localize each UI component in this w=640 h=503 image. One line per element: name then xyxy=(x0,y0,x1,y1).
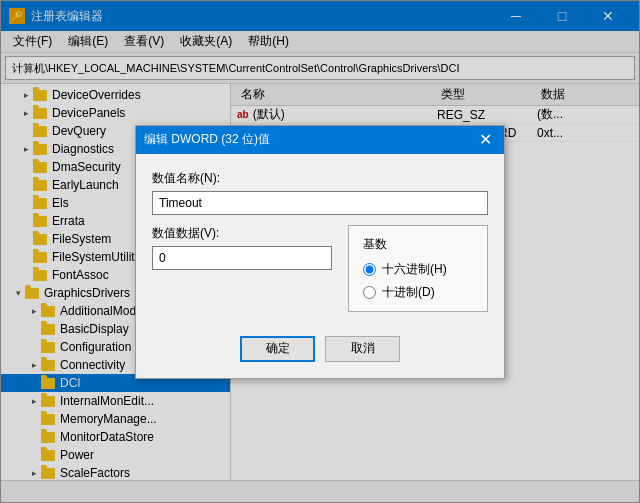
dialog-title: 编辑 DWORD (32 位)值 xyxy=(144,131,270,148)
data-base-row: 数值数据(V): 基数 十六进制(H) 十进制(D) xyxy=(152,225,488,312)
radio-dec-label[interactable]: 十进制(D) xyxy=(363,284,473,301)
modal-overlay: 编辑 DWORD (32 位)值 ✕ 数值名称(N): 数值数据(V): 基数 xyxy=(0,0,640,503)
cancel-button[interactable]: 取消 xyxy=(325,336,400,362)
data-label: 数值数据(V): xyxy=(152,225,332,242)
data-left: 数值数据(V): xyxy=(152,225,332,270)
radio-hex-label[interactable]: 十六进制(H) xyxy=(363,261,473,278)
radio-hex[interactable] xyxy=(363,263,376,276)
radio-dec[interactable] xyxy=(363,286,376,299)
dialog: 编辑 DWORD (32 位)值 ✕ 数值名称(N): 数值数据(V): 基数 xyxy=(135,125,505,379)
dialog-close-button[interactable]: ✕ xyxy=(474,129,496,151)
dialog-footer: 确定 取消 xyxy=(136,328,504,378)
radio-group: 十六进制(H) 十进制(D) xyxy=(363,261,473,301)
radio-hex-text: 十六进制(H) xyxy=(382,261,447,278)
name-label: 数值名称(N): xyxy=(152,170,488,187)
base-group: 基数 十六进制(H) 十进制(D) xyxy=(348,225,488,312)
dialog-body: 数值名称(N): 数值数据(V): 基数 十六进制(H) xyxy=(136,154,504,328)
name-field-group: 数值名称(N): xyxy=(152,170,488,215)
name-input[interactable] xyxy=(152,191,488,215)
dialog-title-bar: 编辑 DWORD (32 位)值 ✕ xyxy=(136,126,504,154)
ok-button[interactable]: 确定 xyxy=(240,336,315,362)
radio-dec-text: 十进制(D) xyxy=(382,284,435,301)
base-label: 基数 xyxy=(363,236,473,253)
data-input[interactable] xyxy=(152,246,332,270)
